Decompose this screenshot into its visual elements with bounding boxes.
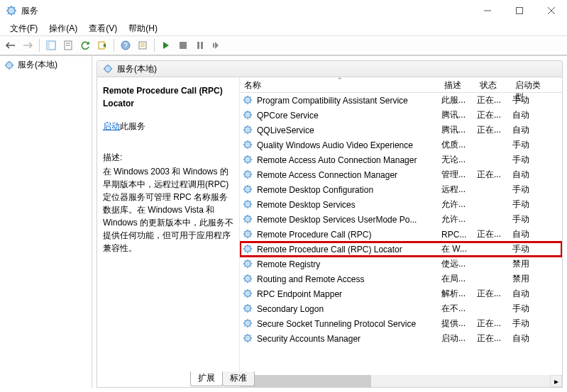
svg-point-27 [245,171,251,177]
cell-startup: 手动 [512,303,548,315]
start-service-button[interactable] [158,38,174,53]
table-row[interactable]: Remote Desktop Configuration远程...手动 [240,182,562,197]
cell-name: QQLiveService [257,125,441,135]
service-icon [243,318,254,330]
cell-description: 此服... [441,94,477,106]
list-header: 名称 描述 状态 启动类型 [240,77,562,93]
tree-pane: 服务(本地) [0,56,92,388]
cell-name: Remote Procedure Call (RPC) [257,230,441,240]
service-icon [243,95,254,106]
svg-point-20 [6,62,13,68]
cell-description: 管理... [441,169,477,181]
cell-startup: 手动 [512,318,548,330]
tab-extended[interactable]: 扩展 [190,371,223,386]
horizontal-scrollbar[interactable]: ◂ ▸ [240,375,562,387]
cell-status: 正在... [477,109,512,121]
svg-rect-19 [213,43,214,47]
cell-startup: 禁用 [512,258,548,270]
svg-point-29 [245,201,251,207]
table-row[interactable]: Secondary Logon在不...手动 [240,301,562,316]
pause-service-button[interactable] [192,38,208,53]
column-startup[interactable]: 启动类型 [511,77,550,92]
export-button[interactable] [94,38,110,53]
table-row[interactable]: Remote Desktop Services允许...手动 [240,197,562,212]
cell-description: 启动... [441,332,477,345]
cell-description: 提供... [441,318,477,330]
svg-rect-2 [516,8,522,14]
start-service-line: 启动此服务 [103,120,233,133]
table-row[interactable]: QQLiveService腾讯...正在...自动 [240,123,562,138]
restart-service-button[interactable] [209,38,225,53]
cell-startup: 自动 [512,109,548,121]
cell-description: 腾讯... [441,124,477,136]
svg-point-21 [105,66,111,72]
cell-startup: 自动 [512,169,548,181]
table-row[interactable]: Program Compatibility Assistant Service此… [240,93,562,108]
cell-startup: 手动 [512,154,548,166]
show-hide-tree-button[interactable] [43,38,59,53]
table-row[interactable]: Quality Windows Audio Video Experience优质… [240,138,562,152]
svg-point-25 [245,141,251,147]
properties-button[interactable] [135,38,150,53]
table-row[interactable]: Remote Procedure Call (RPC)RPC...正在...自动 [240,227,562,242]
svg-point-33 [245,260,251,267]
cell-description: 在局... [441,273,477,285]
maximize-button[interactable] [503,0,535,21]
refresh-button[interactable] [77,38,93,53]
tree-item-label: 服务(本地) [18,59,57,71]
cell-description: 远程... [441,184,477,196]
svg-rect-13 [139,42,146,49]
forward-button[interactable] [20,38,35,53]
table-row[interactable]: Remote Registry使远...禁用 [240,257,562,271]
menu-action[interactable]: 操作(A) [43,21,83,36]
back-button[interactable] [3,38,18,53]
svg-point-26 [245,156,251,162]
cell-name: Remote Access Auto Connection Manager [257,155,441,165]
svg-point-30 [245,215,251,222]
properties-icon[interactable] [60,38,76,53]
service-icon [243,214,254,225]
cell-description: RPC... [441,230,477,240]
services-list: 名称 描述 状态 启动类型 Program Compatibility Assi… [239,77,562,387]
cell-name: Quality Windows Audio Video Experience [257,140,441,150]
scroll-right-icon[interactable]: ▸ [550,375,562,387]
tree-item-services-local[interactable]: 服务(本地) [0,56,92,74]
table-row[interactable]: Secure Socket Tunneling Protocol Service… [240,316,562,331]
cell-startup: 手动 [512,243,548,255]
svg-point-37 [245,320,251,326]
table-row[interactable]: RPC Endpoint Mapper解析...正在...自动 [240,286,562,301]
cell-description: 优质... [441,139,477,151]
table-row[interactable]: Remote Procedure Call (RPC) Locator在 W..… [240,242,562,257]
cell-status: 正在... [477,228,512,240]
service-icon [243,125,254,136]
menu-file[interactable]: 文件(F) [4,21,43,36]
table-row[interactable]: Remote Access Connection Manager管理...正在.… [240,167,562,182]
toolbar: ? [0,35,567,55]
cell-status: 正在... [477,169,512,181]
column-description[interactable]: 描述 [440,77,475,92]
table-row[interactable]: Remote Access Auto Connection Manager无论.… [240,152,562,167]
table-row[interactable]: Routing and Remote Access在局...禁用 [240,271,562,286]
column-status[interactable]: 状态 [475,77,511,92]
tab-standard[interactable]: 标准 [222,371,255,386]
table-row[interactable]: Remote Desktop Services UserMode Po...允许… [240,212,562,227]
column-name[interactable]: 名称 [240,77,440,92]
svg-point-36 [245,305,251,311]
table-row[interactable]: Security Accounts Manager启动...正在...自动 [240,331,562,346]
cell-startup: 手动 [512,139,548,151]
menu-help[interactable]: 帮助(H) [123,21,163,36]
help-button[interactable]: ? [118,38,133,53]
description-text: 在 Windows 2003 和 Windows 的早期版本中，远程过程调用(R… [103,165,233,254]
close-button[interactable] [535,0,567,21]
start-service-link[interactable]: 启动 [103,121,120,131]
cell-description: 允许... [441,213,477,225]
menu-view[interactable]: 查看(V) [83,21,123,36]
svg-point-32 [245,245,251,252]
svg-rect-17 [197,42,199,49]
table-row[interactable]: QPCore Service腾讯...正在...自动 [240,108,562,123]
stop-service-button[interactable] [175,38,191,53]
minimize-button[interactable] [471,0,503,21]
svg-text:?: ? [123,42,128,50]
cell-description: 使远... [441,258,477,270]
cell-status: 正在... [477,288,512,300]
